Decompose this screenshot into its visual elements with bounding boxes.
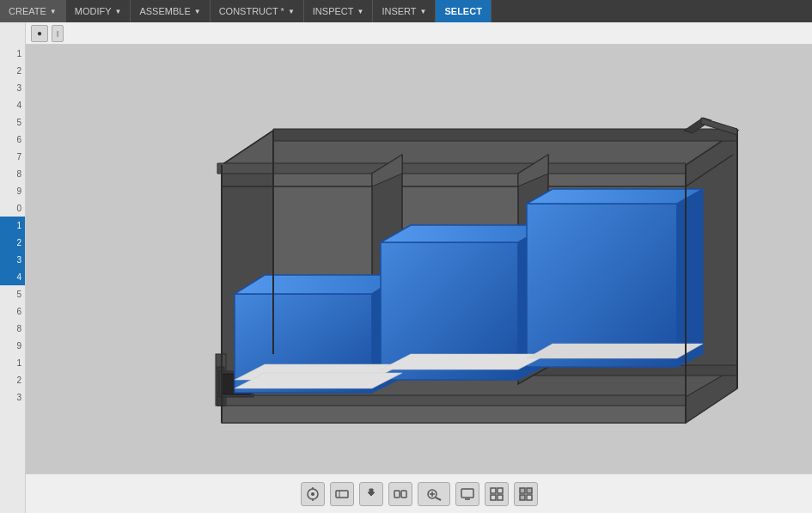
- ruler-31: 1: [0, 217, 25, 234]
- ruler-36: 6: [0, 302, 25, 320]
- insert-menu[interactable]: INSERT ▼: [373, 0, 436, 22]
- svg-line-50: [436, 498, 441, 500]
- ruler-0: 0: [0, 199, 25, 217]
- ruler-7: 7: [0, 148, 25, 165]
- ruler-43: 3: [0, 388, 25, 406]
- ruler-34: 4: [0, 268, 25, 285]
- svg-rect-56: [498, 488, 503, 493]
- ruler-2: 2: [0, 62, 25, 79]
- svg-rect-53: [461, 489, 473, 498]
- main-toolbar: CREATE ▼ MODIFY ▼ ASSEMBLE ▼ CONSTRUCT *…: [0, 0, 812, 22]
- svg-marker-32: [235, 373, 402, 388]
- svg-rect-62: [527, 495, 532, 500]
- ruler-6: 6: [0, 131, 25, 148]
- ruler-9: 9: [0, 182, 25, 199]
- ruler-42: 2: [0, 371, 25, 388]
- svg-marker-34: [527, 344, 703, 358]
- ruler-41: 1: [0, 354, 25, 371]
- ruler-32: 2: [0, 234, 25, 251]
- svg-rect-45: [336, 491, 348, 498]
- model-area: [26, 45, 812, 473]
- ruler-4: 4: [0, 96, 25, 113]
- grid-icon-btn[interactable]: [485, 482, 509, 506]
- svg-rect-61: [520, 495, 525, 500]
- ruler-33: 3: [0, 251, 25, 268]
- svg-marker-28: [527, 204, 677, 367]
- ruler-38: 8: [0, 320, 25, 337]
- 3d-viewport[interactable]: [26, 45, 812, 473]
- svg-marker-11: [273, 129, 737, 141]
- zoom-icon-btn[interactable]: [418, 482, 450, 506]
- ruler-3: 3: [0, 79, 25, 96]
- snap-icon-btn[interactable]: [514, 482, 538, 506]
- svg-marker-30: [677, 189, 703, 367]
- ruler-1: 1: [0, 45, 25, 62]
- ruler-8: 8: [0, 165, 25, 182]
- select-menu[interactable]: SELECT: [436, 0, 491, 22]
- construct-menu[interactable]: CONSTRUCT * ▼: [211, 0, 304, 22]
- create-menu[interactable]: CREATE ▼: [0, 0, 66, 22]
- svg-marker-12: [217, 395, 686, 406]
- svg-rect-57: [491, 495, 496, 500]
- svg-point-42: [311, 492, 314, 496]
- svg-rect-48: [401, 491, 406, 498]
- svg-rect-55: [491, 488, 496, 493]
- svg-marker-29: [527, 189, 703, 204]
- modify-menu[interactable]: MODIFY ▼: [66, 0, 131, 22]
- assemble-menu[interactable]: ASSEMBLE ▼: [131, 0, 210, 22]
- svg-rect-59: [520, 488, 525, 493]
- svg-marker-10: [217, 163, 686, 174]
- ruler-39: 9: [0, 337, 25, 354]
- move-icon-btn[interactable]: [330, 482, 354, 506]
- svg-marker-33: [381, 354, 548, 369]
- svg-rect-47: [394, 491, 400, 498]
- display-icon-btn[interactable]: [455, 482, 479, 506]
- 3d-model: [84, 62, 754, 457]
- svg-rect-58: [498, 495, 503, 500]
- sketch-icon-btn[interactable]: [301, 482, 325, 506]
- pan-icon-btn[interactable]: [359, 482, 383, 506]
- orbit-icon-btn[interactable]: [388, 482, 412, 506]
- sub-btn-circle[interactable]: ●: [31, 25, 48, 42]
- sub-btn-line[interactable]: |: [52, 25, 64, 42]
- bottom-toolbar: [26, 473, 812, 513]
- sub-toolbar: ● |: [26, 22, 812, 45]
- svg-rect-60: [527, 488, 532, 493]
- inspect-menu[interactable]: INSPECT ▼: [304, 0, 374, 22]
- left-ruler: 1 2 3 4 5 6 7 8 9 0 1 2 3 4 5 6 8 9 1 2 …: [0, 22, 26, 513]
- ruler-5: 5: [0, 113, 25, 131]
- ruler-35: 5: [0, 285, 25, 302]
